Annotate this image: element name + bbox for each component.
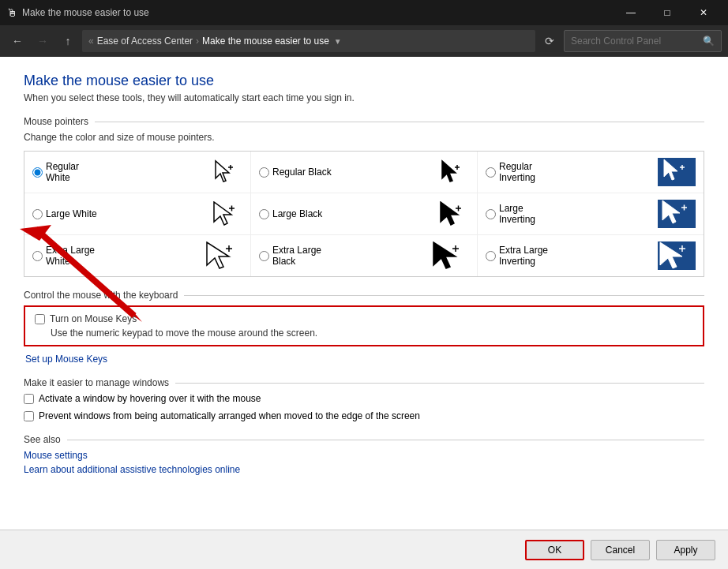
pointer-cell-regular-black: Regular Black <box>251 152 478 193</box>
pointer-cell-regular-inverting: RegularInverting <box>478 152 704 193</box>
svg-marker-23 <box>433 242 456 268</box>
breadcrumb-current: Make the mouse easier to use <box>202 36 329 47</box>
refresh-button[interactable]: ⟳ <box>538 30 561 52</box>
pointer-preview-regular-white <box>205 158 242 186</box>
breadcrumb-dropdown-icon[interactable]: ▼ <box>334 37 342 46</box>
pointer-option-regular-inverting[interactable]: RegularInverting <box>486 161 535 183</box>
minimize-button[interactable]: — <box>613 0 649 25</box>
page-subtitle: When you select these tools, they will a… <box>24 92 704 103</box>
svg-marker-3 <box>442 161 456 182</box>
mouse-keys-checkbox[interactable] <box>35 314 45 324</box>
page-title: Make the mouse easier to use <box>24 73 704 89</box>
search-icon: 🔍 <box>703 36 715 47</box>
radio-large-white[interactable] <box>32 209 43 219</box>
pointer-option-large-white[interactable]: Large White <box>32 208 97 219</box>
radio-xl-black[interactable] <box>259 251 269 261</box>
footer: OK Cancel Apply <box>0 530 728 569</box>
pointer-preview-large-inverting <box>658 200 696 228</box>
radio-xl-white[interactable] <box>32 251 43 261</box>
breadcrumb-separator: › <box>196 36 199 47</box>
maximize-button[interactable]: □ <box>649 0 685 25</box>
manage-windows-section-header: Make it easier to manage windows <box>24 377 704 388</box>
hover-activate-checkbox[interactable] <box>24 394 34 404</box>
manage-windows-options: Activate a window by hovering over it wi… <box>24 393 704 421</box>
svg-marker-10 <box>214 202 231 225</box>
pointer-preview-large-black <box>431 200 469 228</box>
radio-xl-inverting[interactable] <box>486 251 496 261</box>
pointer-cell-large-inverting: LargeInverting <box>478 193 704 234</box>
mouse-keys-box: Turn on Mouse Keys Use the numeric keypa… <box>24 305 704 346</box>
up-button[interactable]: ↑ <box>57 30 79 52</box>
content-area: Make the mouse easier to use When you se… <box>0 57 728 530</box>
pointer-cell-xl-inverting: Extra LargeInverting <box>478 235 704 276</box>
pointer-cell-xl-black: Extra LargeBlack <box>251 235 478 276</box>
main-content: Make the mouse easier to use When you se… <box>0 57 728 530</box>
search-input[interactable] <box>571 36 703 47</box>
radio-regular-black[interactable] <box>259 167 269 178</box>
title-bar: 🖱 Make the mouse easier to use — □ ✕ <box>0 0 728 25</box>
svg-rect-6 <box>658 158 696 186</box>
pointer-section-desc: Change the color and size of mouse point… <box>24 132 704 143</box>
pointer-grid: RegularWhite Reg <box>24 151 704 277</box>
mouse-pointers-section-header: Mouse pointers <box>24 116 704 127</box>
pointer-row-1: RegularWhite Reg <box>24 152 704 193</box>
prevent-arrange-label[interactable]: Prevent windows from being automatically… <box>39 410 420 421</box>
see-also-links: Mouse settings Learn about additional as… <box>24 450 704 475</box>
pointer-cell-large-black: Large Black <box>251 193 478 234</box>
pointer-option-regular-white[interactable]: RegularWhite <box>32 161 79 183</box>
forward-button[interactable]: → <box>32 30 54 52</box>
pointer-cell-xl-white: Extra LargeWhite <box>24 235 251 276</box>
hover-activate-option: Activate a window by hovering over it wi… <box>24 393 704 404</box>
mouse-settings-link[interactable]: Mouse settings <box>24 450 704 461</box>
search-box: 🔍 <box>564 30 722 52</box>
mouse-keys-checkbox-row: Turn on Mouse Keys <box>35 313 693 324</box>
address-bar: ← → ↑ « Ease of Access Center › Make the… <box>0 25 728 57</box>
prevent-arrange-checkbox[interactable] <box>24 411 34 421</box>
see-also-section-header: See also <box>24 434 704 445</box>
pointer-preview-xl-white <box>205 241 242 270</box>
pointer-preview-xl-black <box>431 241 469 270</box>
pointer-row-3: Extra LargeWhite <box>24 235 704 276</box>
svg-marker-13 <box>441 202 458 225</box>
breadcrumb-parent[interactable]: Ease of Access Center <box>97 36 193 47</box>
close-button[interactable]: ✕ <box>685 0 722 25</box>
svg-marker-0 <box>216 161 229 182</box>
breadcrumb-root: « <box>88 36 94 47</box>
apply-button[interactable]: Apply <box>656 540 715 560</box>
title-bar-controls: — □ ✕ <box>613 0 722 25</box>
pointer-preview-regular-black <box>431 158 469 186</box>
pointer-row-2: Large White Larg <box>24 193 704 235</box>
radio-regular-inverting[interactable] <box>486 167 496 178</box>
pointer-option-regular-black[interactable]: Regular Black <box>259 167 332 178</box>
hover-activate-label[interactable]: Activate a window by hovering over it wi… <box>39 393 261 404</box>
pointer-option-large-black[interactable]: Large Black <box>259 208 322 219</box>
pointer-preview-large-white <box>205 200 242 228</box>
pointer-cell-large-white: Large White <box>24 193 251 234</box>
window-icon: 🖱 <box>6 6 17 19</box>
ok-button[interactable]: OK <box>525 540 584 560</box>
pointer-preview-regular-inverting <box>658 158 696 186</box>
radio-large-inverting[interactable] <box>486 209 496 219</box>
back-button[interactable]: ← <box>6 30 28 52</box>
radio-regular-white[interactable] <box>32 167 43 178</box>
mouse-keys-label[interactable]: Turn on Mouse Keys <box>50 313 137 324</box>
pointer-cell-regular-white: RegularWhite <box>24 152 251 193</box>
window-title: Make the mouse easier to use <box>22 7 613 18</box>
pointer-preview-xl-inverting <box>658 241 696 270</box>
cancel-button[interactable]: Cancel <box>591 540 650 560</box>
pointer-option-xl-inverting[interactable]: Extra LargeInverting <box>486 245 548 267</box>
pointer-option-xl-black[interactable]: Extra LargeBlack <box>259 245 321 267</box>
radio-large-black[interactable] <box>259 209 269 219</box>
assistive-tech-link[interactable]: Learn about additional assistive technol… <box>24 464 704 475</box>
pointer-option-large-inverting[interactable]: LargeInverting <box>486 203 535 225</box>
svg-marker-20 <box>207 242 229 268</box>
prevent-arrange-option: Prevent windows from being automatically… <box>24 410 704 421</box>
pointer-option-xl-white[interactable]: Extra LargeWhite <box>32 245 95 267</box>
breadcrumb-bar[interactable]: « Ease of Access Center › Make the mouse… <box>82 30 535 52</box>
mouse-keys-desc: Use the numeric keypad to move the mouse… <box>51 328 693 339</box>
setup-mouse-keys-link[interactable]: Set up Mouse Keys <box>25 354 107 365</box>
mouse-keys-section-header: Control the mouse with the keyboard <box>24 290 704 301</box>
